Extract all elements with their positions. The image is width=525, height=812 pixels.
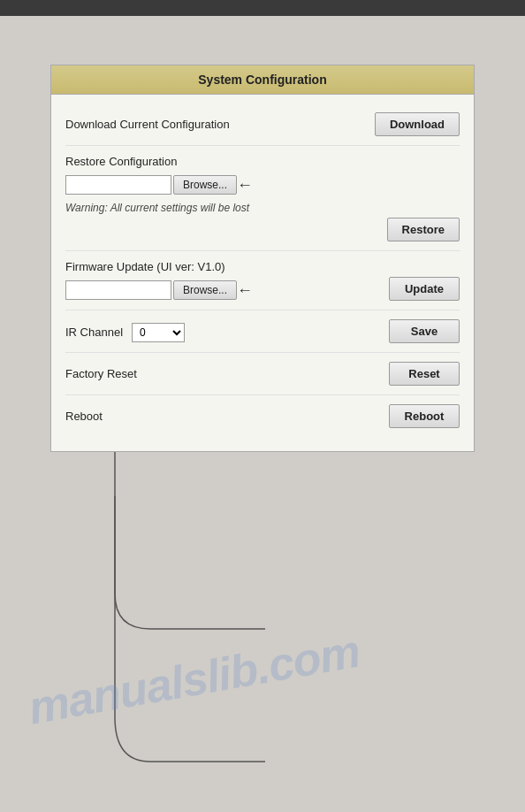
restore-warning-text: Warning: All current settings will be lo… [65, 202, 460, 214]
restore-browse-row: Browse... ← [65, 175, 253, 195]
firmware-label-area: Firmware Update (UI ver: V1.0) [65, 260, 460, 273]
panel-title: System Configuration [51, 65, 474, 95]
restore-row: Restore Configuration Browse... ← Warnin… [65, 146, 460, 251]
download-button[interactable]: Download [375, 112, 460, 136]
page-content: System Configuration Download Current Co… [0, 16, 525, 470]
firmware-browse-row: Browse... ← [65, 280, 253, 300]
reboot-label-area: Reboot [65, 410, 380, 423]
reboot-label: Reboot [65, 410, 380, 423]
ir-channel-action: Save [389, 319, 460, 343]
reboot-row: Reboot Reboot [65, 395, 460, 437]
callout-svg [115, 452, 345, 700]
restore-label-area: Restore Configuration [65, 155, 460, 168]
reset-button[interactable]: Reset [389, 362, 460, 386]
factory-reset-row: Factory Reset Reset [65, 353, 460, 395]
watermark: manualslib.com [25, 624, 364, 735]
restore-input-row: Browse... ← [65, 172, 460, 195]
update-button[interactable]: Update [389, 277, 460, 301]
download-label-area: Download Current Configuration [65, 118, 366, 131]
ir-channel-label: IR Channel [65, 326, 123, 339]
restore-warning-area: Warning: All current settings will be lo… [65, 198, 460, 214]
save-button[interactable]: Save [389, 319, 460, 343]
firmware-browse-button[interactable]: Browse... [173, 280, 237, 300]
restore-file-input-box [65, 175, 171, 195]
restore-arrow-indicator: ← [237, 176, 253, 195]
factory-reset-action: Reset [389, 362, 460, 386]
download-action: Download [375, 112, 460, 136]
factory-reset-label-area: Factory Reset [65, 367, 380, 380]
panel-title-text: System Configuration [198, 73, 326, 87]
download-label: Download Current Configuration [65, 118, 366, 131]
ir-channel-select[interactable]: 0 1 2 3 4 [132, 323, 185, 342]
ir-select-area: IR Channel 0 1 2 3 4 [65, 323, 380, 342]
ir-channel-label-area: IR Channel 0 1 2 3 4 [65, 321, 380, 342]
top-bar [0, 0, 525, 16]
watermark-text: manualslib.com [25, 625, 363, 734]
reboot-action: Reboot [389, 404, 460, 428]
restore-label: Restore Configuration [65, 155, 460, 168]
firmware-action: Update [389, 277, 460, 301]
firmware-file-input-box [65, 280, 171, 300]
download-row: Download Current Configuration Download [65, 103, 460, 146]
firmware-arrow-indicator: ← [237, 281, 253, 300]
panel-body: Download Current Configuration Download … [51, 95, 474, 451]
system-config-panel: System Configuration Download Current Co… [50, 65, 475, 452]
firmware-input-row: Browse... ← [65, 277, 389, 300]
factory-reset-label: Factory Reset [65, 367, 380, 380]
restore-action: Restore [387, 218, 460, 241]
reboot-button[interactable]: Reboot [389, 404, 460, 428]
restore-button[interactable]: Restore [387, 218, 460, 241]
ir-channel-row: IR Channel 0 1 2 3 4 Save [65, 310, 460, 353]
restore-browse-button[interactable]: Browse... [173, 175, 237, 195]
firmware-label: Firmware Update (UI ver: V1.0) [65, 260, 460, 273]
firmware-row: Firmware Update (UI ver: V1.0) Browse...… [65, 251, 460, 310]
